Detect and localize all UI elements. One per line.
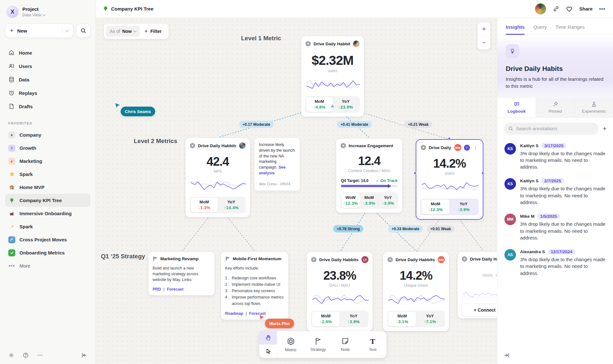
settings-gear-icon[interactable] [8, 352, 14, 358]
annotation-item[interactable]: KS Kaitlyn S 2/7/2025 3% drop likely due… [504, 178, 606, 206]
annotation-item[interactable]: MM Mike M 1/5/2025 3% drop likely due to… [504, 214, 606, 241]
correlation-chip[interactable]: +0.21 Weak [405, 121, 432, 128]
project-switcher[interactable]: X Project Data View [5, 6, 90, 24]
correlation-chip[interactable]: +0.17 Moderate [239, 121, 274, 128]
stat-yoy[interactable]: YoY ↑3.9% [340, 312, 367, 326]
as-of-dropdown[interactable]: As of Now [106, 26, 140, 37]
annotation-search[interactable] [504, 123, 598, 135]
collapse-arrow-icon[interactable] [330, 105, 334, 107]
sidebar-item-company[interactable]: Company [5, 128, 90, 141]
hand-tool-button[interactable] [259, 331, 277, 345]
sidebar-item-marketing[interactable]: Marketing [5, 155, 90, 168]
share-button[interactable]: Share [579, 6, 593, 11]
strategy-card-marketing-revamp[interactable]: Marketing Revamp Build and launch a new … [148, 252, 215, 295]
stat-mom[interactable]: MoM ↑3.9% [360, 193, 378, 208]
help-icon[interactable] [23, 352, 29, 358]
metric-tool-button[interactable]: Metric [277, 331, 305, 358]
metric-card-unconnected[interactable]: Drive Daily Hab + Connect [458, 252, 497, 318]
stat-yoy[interactable]: YoY ↑7.1% [416, 312, 444, 326]
stat-mom[interactable]: MoM ↑12.3% [421, 200, 450, 214]
metric-card-drive-daily-habits-nps[interactable]: Drive Daily Habbits 42.4 NPS MoM ↓1.3% Y… [185, 138, 250, 217]
note-tool-button[interactable]: Note [332, 331, 359, 358]
forecast-link[interactable]: Forecast [167, 287, 184, 292]
add-annotation-button[interactable]: + [603, 125, 607, 133]
correlation-chip[interactable]: +0.01 Weak [427, 225, 455, 232]
annotation-search-input[interactable] [516, 126, 594, 131]
stat-yoy[interactable]: YoY ↑14.4% [218, 198, 245, 212]
strategy-tool-button[interactable]: Strategy [305, 331, 332, 358]
new-button[interactable]: + New [5, 24, 73, 38]
correlation-chip[interactable]: +0.78 Strong [333, 225, 363, 232]
copy-link-icon[interactable] [553, 5, 559, 12]
sidebar-item-home[interactable]: Home [5, 46, 90, 59]
stat-mom[interactable]: MoM ↑4.8% [306, 97, 333, 112]
kpi-tree-canvas[interactable]: As of Now + Filter + − Level 1 Metric Le… [96, 18, 497, 364]
selection-handle[interactable] [481, 172, 484, 174]
skeleton-placeholder [462, 274, 497, 277]
tab-insights[interactable]: Insights [506, 24, 525, 34]
prd-link[interactable]: PRD [153, 287, 161, 292]
user-avatar[interactable] [535, 3, 546, 15]
text-tool-button[interactable]: T Text [359, 331, 387, 358]
sidebar-item-data[interactable]: Data [5, 73, 90, 86]
more-options-icon[interactable] [37, 352, 43, 358]
strategy-card-mobile-first-momentum[interactable]: Mobile-First Momentum Key efforts includ… [221, 252, 288, 320]
sidebar-item-spark[interactable]: Spark [5, 168, 90, 181]
card-menu-icon[interactable]: ⋮ [473, 145, 479, 150]
sidebar-item-more[interactable]: ••• More [5, 259, 90, 272]
stat-yoy[interactable]: YoY ↑23.9% [333, 97, 359, 112]
select-tool-button[interactable] [259, 345, 277, 358]
metric-card-unique-users[interactable]: Drive Daily Habbits MM 14.2% Unique User… [383, 252, 449, 331]
favorite-heart-icon[interactable] [566, 5, 573, 12]
stat-yoy[interactable]: YoY ↑3.9% [450, 200, 478, 214]
filter-button[interactable]: + Filter [142, 28, 164, 35]
zoom-in-button[interactable]: + [478, 22, 490, 36]
sidebar-item-spark-2[interactable]: Spark [5, 220, 90, 233]
annotation-item[interactable]: AS Alexandra S 12/17/2024 3% drop likely… [504, 249, 606, 277]
sidebar-item-label: Marketing [19, 158, 42, 164]
metric-card-dau-mau[interactable]: Drive Daily Habbits LT 23.8% DAU / MAU M… [307, 252, 373, 331]
annotation-item[interactable]: KS Kaitlyn S 3/17/2025 3% drop likely du… [504, 143, 606, 171]
subtab-experiments[interactable]: Experiments [575, 98, 613, 117]
correlation-chip[interactable]: +0.41 Moderate [337, 121, 372, 128]
sidebar-item-users[interactable]: Users [5, 59, 90, 73]
sidebar-item-onboarding-metrics[interactable]: Onboarding Metrics [5, 246, 90, 259]
annotation-note-card[interactable]: Increase likely driven by the launch of … [254, 138, 300, 191]
sidebar-search-button[interactable] [76, 24, 90, 38]
tab-time-ranges[interactable]: Time Ranges [556, 24, 585, 34]
sidebar-item-immersive-onboarding[interactable]: Immersive Onboarding [5, 207, 90, 220]
roadmap-link[interactable]: Roadmap [225, 311, 243, 316]
flag-icon [225, 256, 230, 262]
metric-card-increase-engagement[interactable]: Increase Engagement 12.4 Content Creatio… [336, 139, 402, 213]
expand-panel-icon[interactable] [504, 352, 510, 358]
rocket-icon [8, 145, 15, 152]
card-title: Drive Daily Habbits [314, 42, 350, 46]
selection-handle[interactable] [448, 137, 450, 140]
overflow-menu-icon[interactable]: ⋯ [599, 5, 606, 13]
correlation-chip[interactable]: +0.33 Moderate [388, 225, 423, 232]
metric-card-drive-daily-habits-selected[interactable]: Drive Daily Habb.. MM ✓ ⋮ 14.2% users Mo… [416, 140, 483, 219]
sidebar-item-label: Data [19, 77, 29, 82]
project-view-switcher[interactable]: Data View [22, 12, 45, 17]
stat-yoy[interactable]: YoY ↑3.9% [379, 193, 397, 208]
selection-handle[interactable] [414, 172, 416, 174]
sidebar-item-cross-project-moves[interactable]: Cross Project Moves [5, 233, 90, 246]
subtab-pinned[interactable]: Pinned [536, 98, 575, 117]
stat-mom[interactable]: MoM ↓1.3% [191, 198, 218, 212]
connect-button[interactable]: + Connect [462, 304, 497, 316]
collapse-sidebar-icon[interactable] [81, 352, 87, 358]
tab-query[interactable]: Query [533, 24, 547, 34]
chevron-down-icon[interactable] [66, 29, 69, 32]
stat-mom[interactable]: MoM ↑2.6% [312, 312, 340, 326]
stat-wow[interactable]: WoW ↑12.3% [341, 193, 360, 208]
annotation-search-row: + [497, 118, 613, 137]
sidebar-item-growth[interactable]: Growth [5, 141, 90, 155]
sidebar-item-drafts[interactable]: Drafts [5, 100, 90, 113]
subtab-logbook[interactable]: Logbook [497, 98, 536, 117]
sidebar-item-company-kpi-tree[interactable]: Company KPI Tree [5, 194, 90, 207]
as-of-value: Now [122, 29, 132, 34]
stat-mom[interactable]: MoM ↑3.1% [388, 312, 416, 326]
sidebar-item-home-mvp[interactable]: Home MVP [5, 181, 90, 194]
zoom-out-button[interactable]: − [478, 36, 490, 49]
sidebar-item-replays[interactable]: Replays [5, 86, 90, 100]
